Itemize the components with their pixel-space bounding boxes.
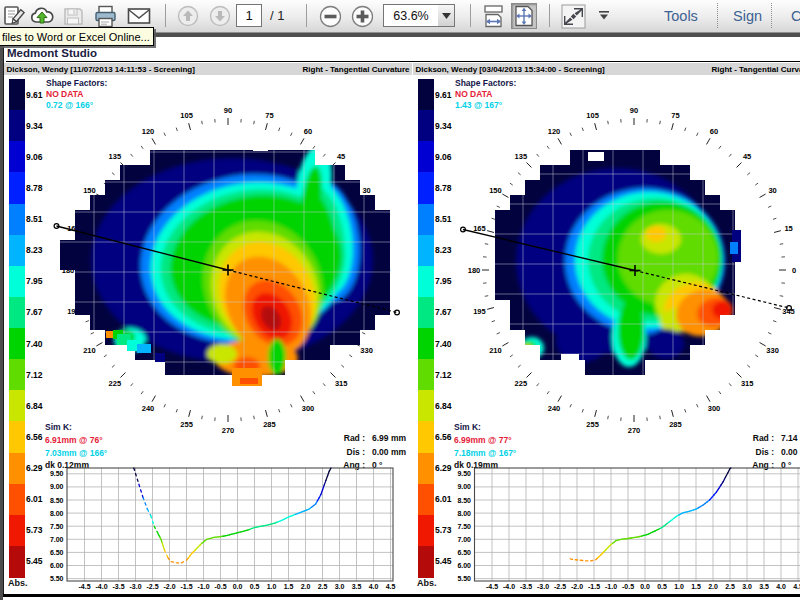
- colorbar-label: 8.23: [435, 245, 453, 255]
- colorbar-label: 5.73: [435, 525, 453, 535]
- colorbar-block: [418, 235, 434, 267]
- fit-width-icon[interactable]: [481, 4, 505, 28]
- colorbar-block: [418, 204, 434, 236]
- chevron-down-icon[interactable]: [442, 13, 451, 19]
- page-number-input[interactable]: 1: [236, 4, 262, 27]
- colorbar-block: [418, 546, 434, 578]
- simk-flat: 6.99mm @ 77°: [454, 435, 512, 445]
- shape-factors-value: 1.43 @ 167°: [455, 100, 502, 110]
- zoom-in-icon[interactable]: [350, 4, 374, 28]
- chevron-down-icon-part[interactable]: [600, 14, 608, 19]
- toolbar-separator: [717, 3, 718, 28]
- colorbar-label: 6.84: [435, 401, 453, 411]
- simk-flat: 6.91mm @ 76°: [45, 435, 103, 445]
- zoom-in-icon-part-part[interactable]: [360, 10, 364, 22]
- colorbar-abs-label: Abs.: [417, 578, 437, 588]
- colorbar-label: 9.61: [435, 90, 453, 100]
- comment-button[interactable]: Comment: [791, 0, 800, 31]
- toolbar-overflow-chevron[interactable]: [597, 10, 611, 22]
- zoom-out-icon-part-part[interactable]: [324, 14, 336, 18]
- reading-mode-icon-part[interactable]: [561, 4, 586, 29]
- colorbar-label: 8.78: [435, 183, 453, 193]
- colorbar-block: [9, 328, 25, 360]
- tooltip: files to Word or Excel Online...: [0, 27, 154, 46]
- chevron-down-icon-part[interactable]: [599, 11, 609, 13]
- zoom-out-icon-part[interactable]: [319, 5, 342, 28]
- colorbar-label: 6.29: [26, 463, 44, 473]
- shape-factors-label: Shape Factors:: [455, 78, 516, 88]
- tools-button[interactable]: Tools: [664, 0, 698, 31]
- colorbar-block: [418, 141, 434, 173]
- ang-label: Ang :: [713, 460, 774, 470]
- colorbar-label: 6.01: [435, 494, 453, 504]
- shape-factors-label: Shape Factors:: [46, 78, 107, 88]
- sign-button[interactable]: Sign: [733, 0, 762, 31]
- colorbar-label: 7.95: [435, 276, 453, 286]
- dis-label: Dis :: [304, 447, 365, 457]
- shape-factors-nodata: NO DATA: [455, 89, 492, 99]
- colorbar-label: 9.61: [26, 90, 44, 100]
- colorbar-label: 9.06: [26, 152, 44, 162]
- colorbar-block: [9, 546, 25, 578]
- print-icon[interactable]: [94, 4, 118, 28]
- colorbar-block: [9, 79, 25, 111]
- reading-mode-icon[interactable]: [561, 4, 585, 28]
- colorbar-block: [418, 359, 434, 391]
- map-type-header-label: Right - Tangential Curvature: [712, 65, 800, 74]
- simk-label: Sim K:: [45, 422, 72, 432]
- colorbar-label: 7.67: [26, 307, 44, 317]
- dis-value: 0.00 mm: [781, 447, 800, 457]
- colorbar-block: [418, 79, 434, 111]
- colorbar-label: 6.84: [26, 401, 44, 411]
- colorbar-label: 6.56: [26, 432, 44, 442]
- ang-value: 0 °: [372, 460, 383, 470]
- colorbar-label: 7.40: [26, 339, 44, 349]
- fit-width-icon-part[interactable]: [482, 5, 505, 28]
- zoom-out-icon[interactable]: [318, 4, 342, 28]
- colorbar-block: [9, 235, 25, 267]
- toolbar-separator: [306, 4, 307, 27]
- patient-header-label: Dickson, Wendy [11/07/2013 14:11:53 - Sc…: [7, 65, 195, 74]
- rad-label: Rad :: [713, 433, 774, 443]
- chevron-down-icon[interactable]: [599, 11, 609, 21]
- colorbar-label: 8.51: [26, 214, 44, 224]
- colorbar-block: [418, 266, 434, 298]
- rad-value: 6.99 mm: [372, 433, 406, 443]
- patient-header-label: Dickson, Wendy [03/04/2013 15:34:00 - Sc…: [416, 65, 605, 74]
- colorbar-block: [418, 515, 434, 547]
- save-icon-part: [63, 6, 84, 27]
- cloud-upload-icon[interactable]: [30, 4, 54, 28]
- email-icon-part[interactable]: [127, 6, 152, 26]
- save-icon: [61, 4, 85, 28]
- report-panel: Dickson, Wendy [11/07/2013 14:11:53 - Sc…: [4, 37, 412, 597]
- fit-page-icon[interactable]: [514, 5, 534, 27]
- colorbar-block: [9, 110, 25, 142]
- colorbar-label: 8.78: [26, 183, 44, 193]
- fit-width-icon-part-part[interactable]: [485, 6, 502, 12]
- email-icon-part-part[interactable]: [128, 9, 149, 23]
- email-icon[interactable]: [127, 4, 151, 28]
- save-icon-part-part: [68, 9, 77, 15]
- rad-label: Rad :: [304, 433, 365, 443]
- cloud-upload-icon-part[interactable]: [30, 5, 54, 27]
- print-icon-part[interactable]: [94, 5, 118, 28]
- toolbar-separator: [470, 4, 471, 27]
- colorbar-block: [418, 328, 434, 360]
- zoom-in-icon-part[interactable]: [351, 5, 374, 28]
- colorbar-label: 9.34: [26, 121, 44, 131]
- zoom-dropdown-button[interactable]: [438, 4, 455, 27]
- simk-steep: 7.18mm @ 167°: [454, 448, 516, 458]
- colorbar-label: 8.51: [435, 214, 453, 224]
- toolbar-separator: [165, 4, 166, 27]
- map-type-header-label: Right - Tangential Curvature: [303, 65, 410, 74]
- dis-value: 0.00 mm: [372, 447, 406, 457]
- colorbar-block: [418, 484, 434, 516]
- chevron-down-icon-part[interactable]: [442, 13, 451, 19]
- colorbar-block: [9, 141, 25, 173]
- colorbar-block: [9, 515, 25, 547]
- edit-icon-part[interactable]: [3, 5, 25, 27]
- colorbar-block: [9, 484, 25, 516]
- fit-page-button[interactable]: [511, 3, 537, 29]
- edit-icon[interactable]: [2, 4, 26, 28]
- zoom-level-input[interactable]: 63.6%: [383, 4, 439, 27]
